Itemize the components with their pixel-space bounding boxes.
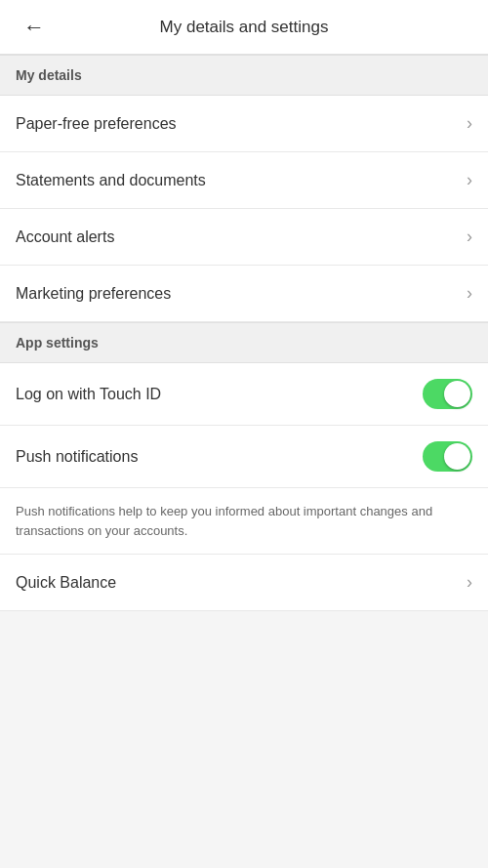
paper-free-label: Paper-free preferences xyxy=(16,115,177,133)
list-item-quick-balance[interactable]: Quick Balance › xyxy=(0,555,488,611)
section-header-my-details: My details xyxy=(0,55,488,96)
push-notifications-label: Push notifications xyxy=(16,448,138,466)
account-alerts-label: Account alerts xyxy=(16,228,114,246)
push-notifications-toggle[interactable] xyxy=(423,441,472,472)
chevron-icon-account-alerts: › xyxy=(467,227,472,247)
list-item-marketing[interactable]: Marketing preferences › xyxy=(0,266,488,322)
touch-id-label: Log on with Touch ID xyxy=(16,386,161,403)
chevron-icon-statements: › xyxy=(467,170,472,190)
chevron-icon-quick-balance: › xyxy=(467,572,472,593)
push-notifications-info: Push notifications help to keep you info… xyxy=(0,488,488,555)
chevron-icon-paper-free: › xyxy=(467,113,472,134)
list-item-paper-free[interactable]: Paper-free preferences › xyxy=(0,96,488,152)
touch-id-toggle[interactable] xyxy=(423,379,472,409)
page-title: My details and settings xyxy=(160,18,329,37)
toggle-item-touch-id: Log on with Touch ID xyxy=(0,363,488,426)
marketing-label: Marketing preferences xyxy=(16,285,171,303)
statements-label: Statements and documents xyxy=(16,172,206,189)
list-item-account-alerts[interactable]: Account alerts › xyxy=(0,209,488,266)
section-header-app-settings: App settings xyxy=(0,322,488,363)
list-item-statements[interactable]: Statements and documents › xyxy=(0,152,488,209)
touch-id-slider xyxy=(423,379,472,409)
app-header: ← My details and settings xyxy=(0,0,488,55)
quick-balance-label: Quick Balance xyxy=(16,574,116,592)
chevron-icon-marketing: › xyxy=(467,283,472,304)
toggle-item-push-notifications: Push notifications xyxy=(0,426,488,488)
back-button[interactable]: ← xyxy=(16,7,53,48)
push-notifications-slider xyxy=(423,441,472,472)
